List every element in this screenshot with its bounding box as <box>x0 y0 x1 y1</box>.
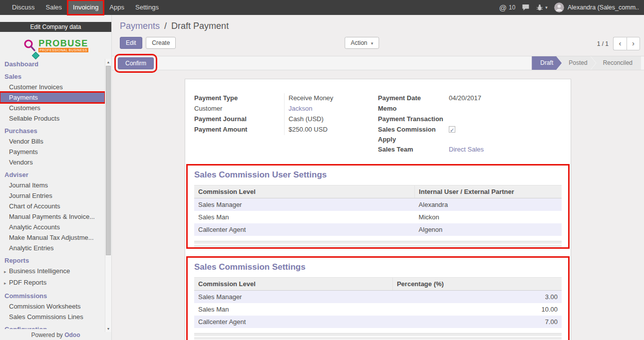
messages-button[interactable] <box>522 4 530 11</box>
field-value-payment-journal: Cash (USD) <box>284 114 378 125</box>
sidebar-item-customer-invoices[interactable]: Customer Invoices <box>0 82 105 92</box>
create-button[interactable]: Create <box>146 37 176 49</box>
sidebar-item-manual-payments-invoice[interactable]: Manual Payments & Invoice... <box>0 211 105 222</box>
sidebar-item-chart-of-accounts[interactable]: Chart of Accounts <box>0 201 105 211</box>
sidebar-heading-configuration[interactable]: Configuration <box>0 324 105 329</box>
sidebar-heading-sales[interactable]: Sales <box>0 71 105 82</box>
field-label-payment-type: Payment Type <box>194 93 284 104</box>
edit-company-data-button[interactable]: Edit Company data <box>0 22 111 32</box>
status-bar: Confirm DraftPostedReconciled <box>112 56 644 70</box>
sidebar-heading-purchases[interactable]: Purchases <box>0 126 105 136</box>
sidebar-item-sellable-products[interactable]: Sellable Products <box>0 113 105 124</box>
at-icon: @ <box>499 3 507 12</box>
action-label: Action <box>350 39 367 46</box>
user-menu[interactable]: Alexandra (Sales_comm.. <box>568 4 639 11</box>
breadcrumb-payments-link[interactable]: Payments <box>120 21 160 31</box>
sidebar-item-label: Manual Payments & Invoice... <box>9 213 95 220</box>
table-row[interactable]: Sales Man10.00 <box>194 303 562 316</box>
top-menu: DiscussSalesInvoicingAppsSettings <box>0 0 164 15</box>
field-value-sales-commission-apply <box>449 125 562 145</box>
top-menu-apps[interactable]: Apps <box>104 0 130 15</box>
sidebar-item-vendors[interactable]: Vendors <box>0 157 105 168</box>
odoo-link[interactable]: Odoo <box>64 332 80 339</box>
scroll-up-icon[interactable]: ▲ <box>105 59 111 65</box>
sidebar-item-pdf-reports[interactable]: ▸PDF Reports <box>0 277 105 289</box>
table-row[interactable]: Callcenter Agent7.00 <box>194 316 562 328</box>
column-header-commission-level[interactable]: Commission Level <box>194 278 392 291</box>
top-menu-settings[interactable]: Settings <box>130 0 164 15</box>
table-row[interactable]: Sales ManagerAlexandra <box>194 198 562 211</box>
breadcrumb-separator: / <box>164 21 167 31</box>
edit-button[interactable]: Edit <box>120 37 142 49</box>
sales-commission-apply-checkbox[interactable] <box>449 126 455 133</box>
sidebar-item-analytic-entries[interactable]: Analytic Entries <box>0 243 105 253</box>
sidebar-item-label: Business Intelligence <box>9 267 70 275</box>
debug-menu-button[interactable]: ▾ <box>536 4 548 11</box>
sidebar-item-label: Customers <box>9 104 40 112</box>
table-row[interactable]: Sales Manager3.00 <box>194 291 562 304</box>
table-footer <box>194 241 562 247</box>
sales-commission-user-settings-section: Sales Commission User Settings Commissio… <box>194 170 562 247</box>
logo-tagline: PROFESSIONAL BUSINESS <box>38 48 88 52</box>
field-label-payment-amount: Payment Amount <box>194 125 284 135</box>
sidebar-item-payments[interactable]: Payments <box>0 92 105 103</box>
pager-previous-button[interactable]: ‹ <box>613 37 627 50</box>
sidebar-item-label: Make Manual Tax Adjustme... <box>9 234 94 241</box>
main-content: Payments / Draft Payment Edit Create Act… <box>112 15 644 340</box>
column-header-percentage[interactable]: Percentage (%) <box>392 278 562 291</box>
sidebar-item-business-intelligence[interactable]: ▸Business Intelligence <box>0 266 105 277</box>
column-header-internal-user-external-partner[interactable]: Internal User / External Partner <box>415 185 562 198</box>
field-label-customer: Customer <box>194 104 284 114</box>
table-footer <box>194 333 562 340</box>
table-cell: Sales Manager <box>194 291 392 304</box>
field-label-payment-transaction: Payment Transaction <box>378 114 449 125</box>
form-left-column: Payment TypeReceive MoneyCustomerJackson… <box>194 93 378 155</box>
sidebar-item-payments[interactable]: Payments <box>0 147 105 157</box>
sidebar-heading-adviser[interactable]: Adviser <box>0 170 105 180</box>
link-direct-sales[interactable]: Direct Sales <box>449 146 484 153</box>
sidebar-item-make-manual-tax-adjustme[interactable]: Make Manual Tax Adjustme... <box>0 232 105 243</box>
logo-text: PROBUSE PROFESSIONAL BUSINESS <box>38 39 88 52</box>
field-value-sales-team: Direct Sales <box>449 145 562 155</box>
column-header-commission-level[interactable]: Commission Level <box>194 185 415 198</box>
action-dropdown-button[interactable]: Action ▾ <box>344 37 379 49</box>
sidebar-item-journal-items[interactable]: Journal Items <box>0 180 105 190</box>
sidebar-item-vendor-bills[interactable]: Vendor Bills <box>0 136 105 147</box>
table-row[interactable]: Sales ManMickon <box>194 211 562 223</box>
top-menu-invoicing[interactable]: Invoicing <box>67 0 104 15</box>
sidebar-item-commission-worksheets[interactable]: Commission Worksheets <box>0 301 105 312</box>
scrollbar-thumb[interactable] <box>106 66 111 255</box>
sidebar-heading-dashboard[interactable]: Dashboard <box>0 59 105 69</box>
top-menu-discuss[interactable]: Discuss <box>6 0 40 15</box>
avatar[interactable] <box>554 2 564 12</box>
expand-arrow-icon[interactable]: ▸ <box>4 268 9 276</box>
sidebar-scrollbar[interactable]: ▲ ▼ <box>105 59 111 332</box>
confirm-button[interactable]: Confirm <box>118 57 154 69</box>
expand-arrow-icon[interactable]: ▸ <box>4 280 9 287</box>
sidebar-item-label: Commission Worksheets <box>9 303 81 310</box>
field-value-customer: Jackson <box>284 104 378 114</box>
table-row[interactable]: Callcenter AgentAlgenon <box>194 223 562 236</box>
status-step-posted[interactable]: Posted <box>557 56 596 70</box>
sidebar-item-analytic-accounts[interactable]: Analytic Accounts <box>0 222 105 232</box>
sidebar-item-customers[interactable]: Customers <box>0 103 105 113</box>
sidebar-item-sales-commissions-lines[interactable]: Sales Commissions Lines <box>0 312 105 322</box>
field-row-payment-transaction: Payment Transaction <box>378 114 562 125</box>
sidebar-heading-reports[interactable]: Reports <box>0 255 105 266</box>
sidebar-heading-commissions[interactable]: Commissions <box>0 291 105 301</box>
status-step-draft[interactable]: Draft <box>532 56 562 70</box>
pager-next-button[interactable]: › <box>627 37 640 50</box>
status-step-reconciled[interactable]: Reconciled <box>591 56 641 70</box>
logo-brand: PROBUSE <box>38 39 88 48</box>
top-menu-sales[interactable]: Sales <box>40 0 68 15</box>
section-title-commission-settings: Sales Commission Settings <box>194 262 562 272</box>
sidebar-item-journal-entries[interactable]: Journal Entries <box>0 190 105 201</box>
form-right-column: Payment Date04/20/2017MemoPayment Transa… <box>378 93 562 155</box>
activities-indicator[interactable]: @ 10 <box>499 3 516 12</box>
commission-settings-table: Commission LevelPercentage (%) Sales Man… <box>194 277 562 328</box>
company-logo[interactable]: PROBUSE PROFESSIONAL BUSINESS <box>0 32 111 59</box>
link-jackson[interactable]: Jackson <box>289 105 313 112</box>
chat-bubble-icon <box>522 4 530 11</box>
caret-down-icon: ▾ <box>545 5 548 10</box>
table-cell: Sales Manager <box>194 198 415 211</box>
